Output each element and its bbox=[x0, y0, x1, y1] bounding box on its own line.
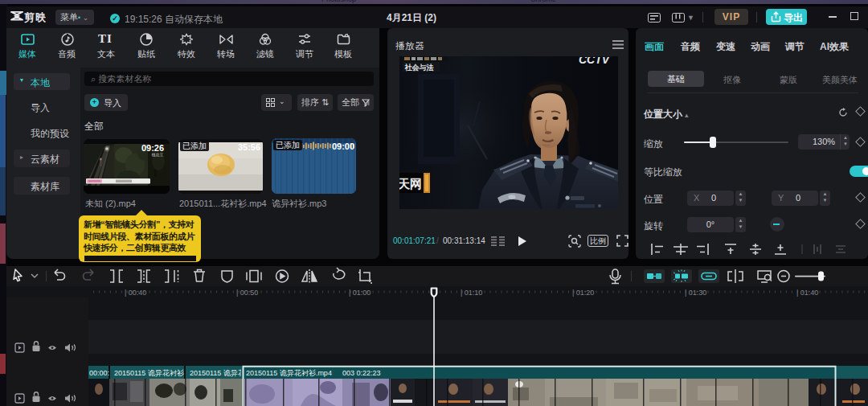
svg-text:已添加: 已添加 bbox=[182, 141, 207, 150]
svg-text:已添加: 已添加 bbox=[276, 141, 300, 150]
svg-text:| 01:00: | 01:00 bbox=[349, 289, 371, 297]
svg-text:09:00: 09:00 bbox=[332, 141, 354, 151]
svg-text:00:00:: 00:00: bbox=[89, 369, 109, 377]
svg-text:| 01:10: | 01:10 bbox=[461, 289, 482, 297]
svg-text:植总立: 植总立 bbox=[152, 152, 164, 158]
svg-text:CCTV: CCTV bbox=[579, 56, 611, 66]
svg-text:| 01:20: | 01:20 bbox=[572, 289, 594, 297]
svg-text:20150115 诡异花衬衫.mp4: 20150115 诡异花衬衫.mp4 bbox=[246, 369, 332, 377]
svg-text:天网: 天网 bbox=[399, 178, 422, 191]
svg-text:| 00:40: | 00:40 bbox=[125, 289, 146, 297]
svg-text:20150115 诡异花衬衫: 20150115 诡异花衬衫 bbox=[114, 369, 184, 377]
svg-text:| 01:40: | 01:40 bbox=[796, 289, 818, 297]
svg-text:35:56: 35:56 bbox=[238, 142, 260, 152]
svg-text:003 0:22:23: 003 0:22:23 bbox=[342, 369, 381, 377]
svg-text:| 01:30: | 01:30 bbox=[685, 289, 706, 297]
svg-text:| 00:50: | 00:50 bbox=[236, 289, 258, 297]
svg-text:社会与法: 社会与法 bbox=[404, 64, 434, 72]
